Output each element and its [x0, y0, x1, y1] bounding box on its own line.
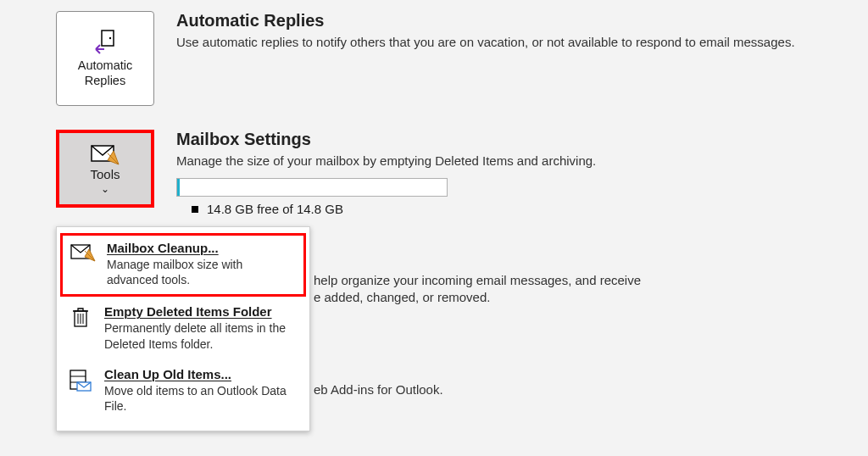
menu-item-mailbox-cleanup[interactable]: Mailbox Cleanup... Manage mailbox size w… — [60, 233, 306, 297]
mailbox-cleanup-desc: Manage mailbox size with advanced tools. — [107, 257, 297, 287]
automatic-replies-tile[interactable]: Automatic Replies — [56, 11, 154, 106]
mailbox-storage-text: 14.8 GB free of 14.8 GB — [207, 202, 343, 216]
tools-label: Tools — [90, 167, 120, 181]
automatic-replies-heading: Automatic Replies — [176, 11, 834, 31]
archive-icon — [67, 367, 94, 414]
mailbox-storage-progress — [176, 178, 448, 197]
empty-deleted-desc: Permanently delete all items in the Dele… — [104, 320, 299, 351]
svg-point-1 — [109, 37, 111, 39]
tools-tile[interactable]: Tools ⌄ — [56, 130, 154, 208]
mailbox-cleanup-icon — [70, 241, 97, 287]
automatic-replies-icon — [92, 29, 118, 54]
svg-rect-0 — [102, 31, 114, 46]
section-automatic-replies: Automatic Replies Use automatic replies … — [176, 11, 834, 51]
mailbox-cleanup-title: Mailbox Cleanup... — [107, 241, 297, 255]
empty-deleted-title: Empty Deleted Items Folder — [104, 304, 299, 319]
section-mailbox-settings: Mailbox Settings Manage the size of your… — [176, 130, 834, 216]
chevron-down-icon: ⌄ — [101, 183, 109, 195]
rules-description-line2: e added, changed, or removed. — [314, 289, 834, 306]
mailbox-settings-description: Manage the size of your mailbox by empty… — [176, 153, 795, 170]
menu-item-empty-deleted[interactable]: Empty Deleted Items Folder Permanently d… — [57, 298, 309, 359]
addins-description: eb Add-ins for Outlook. — [314, 381, 834, 398]
clean-old-title: Clean Up Old Items... — [104, 367, 299, 381]
clean-old-desc: Move old items to an Outlook Data File. — [104, 383, 299, 414]
automatic-replies-description: Use automatic replies to notify others t… — [176, 34, 795, 51]
tools-menu: Mailbox Cleanup... Manage mailbox size w… — [56, 226, 310, 431]
rules-description-line1: help organize your incoming email messag… — [314, 272, 834, 289]
mailbox-storage-progress-fill — [177, 179, 180, 196]
section-addins: eb Add-ins for Outlook. — [314, 371, 834, 398]
automatic-replies-label: Automatic Replies — [60, 58, 150, 88]
trash-icon — [67, 304, 94, 351]
section-rules: help organize your incoming email messag… — [314, 257, 834, 307]
mailbox-storage-line: 14.8 GB free of 14.8 GB — [176, 202, 834, 216]
tools-icon — [91, 143, 120, 165]
mailbox-settings-heading: Mailbox Settings — [176, 130, 834, 149]
bullet-icon — [192, 206, 198, 213]
menu-item-clean-old[interactable]: Clean Up Old Items... Move old items to … — [57, 360, 309, 422]
